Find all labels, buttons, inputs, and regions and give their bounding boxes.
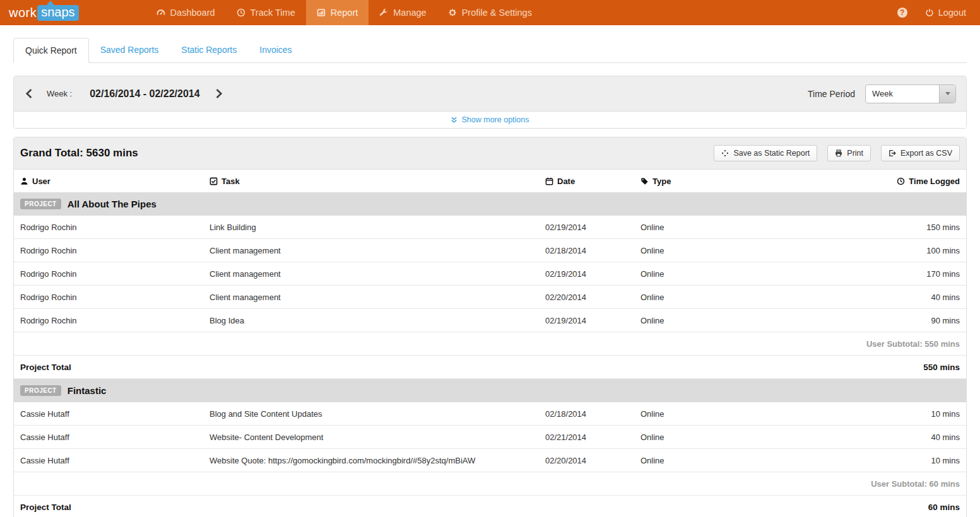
save-as-static-report-button[interactable]: Save as Static Report [714, 145, 817, 161]
week-label: Week : [47, 89, 72, 98]
column-header-task: Task [203, 177, 539, 186]
navbar-right: ? Logout [897, 0, 980, 25]
nav-item-label: Profile & Settings [462, 8, 532, 18]
project-name: Fintastic [68, 385, 107, 396]
logout-label: Logout [938, 8, 966, 18]
cell-date: 02/19/2014 [539, 269, 634, 279]
cell-task: Website Quote: https://gomockingbird.com… [203, 456, 539, 465]
wrench-icon [379, 8, 388, 17]
gear-icon [448, 8, 457, 17]
chevron-right-icon [215, 89, 223, 98]
filter-panel: Week : 02/16/2014 - 02/22/2014 Time Peri… [13, 76, 967, 129]
table-row: Rodrigo RochinBlog Idea02/19/2014Online9… [14, 309, 966, 332]
next-week-button[interactable] [214, 88, 224, 100]
report-panel: Grand Total: 5630 mins Save as Static Re… [13, 137, 967, 517]
grand-total: Grand Total: 5630 mins [20, 147, 138, 160]
table-row: Rodrigo RochinClient management02/19/201… [14, 262, 966, 286]
cell-date: 02/20/2014 [539, 456, 634, 465]
user-subtotal-value: User Subtotal: 550 mins [866, 339, 960, 349]
tab-quick-report[interactable]: Quick Report [13, 38, 89, 63]
cell-task: Client management [203, 246, 539, 255]
tab-saved-reports[interactable]: Saved Reports [89, 38, 170, 63]
cell-user: Cassie Hutaff [14, 433, 203, 442]
cell-type: Online [634, 269, 752, 279]
show-more-options-link[interactable]: Show more options [451, 115, 529, 124]
column-header-label: User [32, 177, 50, 186]
cell-user: Rodrigo Rochin [14, 223, 203, 232]
cell-date: 02/18/2014 [539, 409, 634, 419]
cell-time: 150 mins [752, 223, 966, 232]
cell-type: Online [634, 293, 752, 302]
project-badge: PROJECT [20, 199, 61, 209]
cell-type: Online [634, 223, 752, 232]
previous-week-button[interactable] [24, 88, 34, 100]
logo-text-snaps: snaps [37, 5, 78, 21]
cell-time: 170 mins [752, 269, 966, 279]
button-label: Print [847, 149, 863, 158]
table-row: Rodrigo RochinClient management02/20/201… [14, 286, 966, 309]
column-header-type: Type [634, 177, 752, 186]
week-selector-bar: Week : 02/16/2014 - 02/22/2014 Time Peri… [14, 76, 966, 111]
export-as-csv-button[interactable]: Export as CSV [881, 145, 960, 161]
column-header-label: Date [557, 177, 575, 186]
print-button[interactable]: Print [827, 145, 871, 161]
column-header-label: Time Logged [909, 177, 960, 186]
cell-time: 40 mins [752, 433, 966, 442]
chevron-down-icon[interactable] [939, 85, 955, 103]
nav-item-track-time[interactable]: Track Time [226, 0, 306, 25]
project-total-value: 60 mins [928, 502, 960, 512]
cell-type: Online [634, 433, 752, 442]
cell-date: 02/18/2014 [539, 246, 634, 255]
project-name: All About The Pipes [68, 199, 156, 209]
tag-icon [641, 177, 649, 185]
cell-type: Online [634, 246, 752, 255]
user-subtotal-row: User Subtotal: 60 mins [14, 472, 966, 496]
nav-item-profile-settings[interactable]: Profile & Settings [437, 0, 543, 25]
logo-bubble-tail [46, 1, 55, 6]
project-total-label: Project Total [20, 502, 71, 512]
cell-task: Blog and Site Content Updates [203, 409, 539, 419]
column-header-user: User [14, 177, 203, 186]
time-period-value: Week [866, 89, 939, 98]
cell-user: Cassie Hutaff [14, 456, 203, 465]
nav-item-dashboard[interactable]: Dashboard [146, 0, 226, 25]
cell-user: Cassie Hutaff [14, 409, 203, 419]
logout-button[interactable]: Logout [925, 8, 966, 18]
cell-task: Website- Content Development [203, 433, 539, 442]
project-total-label: Project Total [20, 363, 71, 372]
help-icon[interactable]: ? [897, 8, 907, 18]
report-icon [317, 8, 326, 17]
calendar-icon [545, 177, 553, 185]
cell-time: 90 mins [752, 316, 966, 325]
time-period-group: Time Period Week [808, 84, 956, 103]
report-header: Grand Total: 5630 mins Save as Static Re… [14, 137, 966, 170]
time-period-label: Time Period [808, 89, 855, 99]
cell-user: Rodrigo Rochin [14, 316, 203, 325]
nav-item-label: Report [331, 8, 358, 18]
report-toolbar: Save as Static ReportPrintExport as CSV [714, 145, 960, 161]
nav-item-label: Dashboard [170, 8, 215, 18]
tab-invoices[interactable]: Invoices [248, 38, 303, 63]
cell-type: Online [634, 409, 752, 419]
week-nav: Week : 02/16/2014 - 02/22/2014 [24, 88, 224, 100]
table-row: Rodrigo RochinLink Building02/19/2014Onl… [14, 216, 966, 239]
cell-task: Client management [203, 269, 539, 279]
tab-static-reports[interactable]: Static Reports [170, 38, 248, 63]
nav-item-manage[interactable]: Manage [369, 0, 437, 25]
week-range-value: 02/16/2014 - 02/22/2014 [90, 88, 199, 100]
project-header-row: PROJECTAll About The Pipes [14, 192, 966, 216]
table-row: Cassie HutaffWebsite- Content Developmen… [14, 426, 966, 449]
column-header-label: Type [652, 177, 671, 186]
task-icon [210, 177, 218, 185]
nav-item-label: Track Time [251, 8, 295, 18]
table-header-row: UserTaskDateTypeTime Logged [14, 170, 966, 192]
main-nav: DashboardTrack TimeReportManageProfile &… [146, 0, 543, 25]
project-total-row: Project Total550 mins [14, 356, 966, 379]
time-period-select[interactable]: Week [865, 84, 956, 103]
worksnaps-logo[interactable]: work snaps [0, 0, 88, 25]
user-subtotal-row: User Subtotal: 550 mins [14, 332, 966, 356]
nav-item-report[interactable]: Report [306, 0, 369, 25]
clock-icon [237, 8, 245, 17]
save-static-icon [721, 149, 729, 157]
cell-time: 10 mins [752, 409, 966, 419]
